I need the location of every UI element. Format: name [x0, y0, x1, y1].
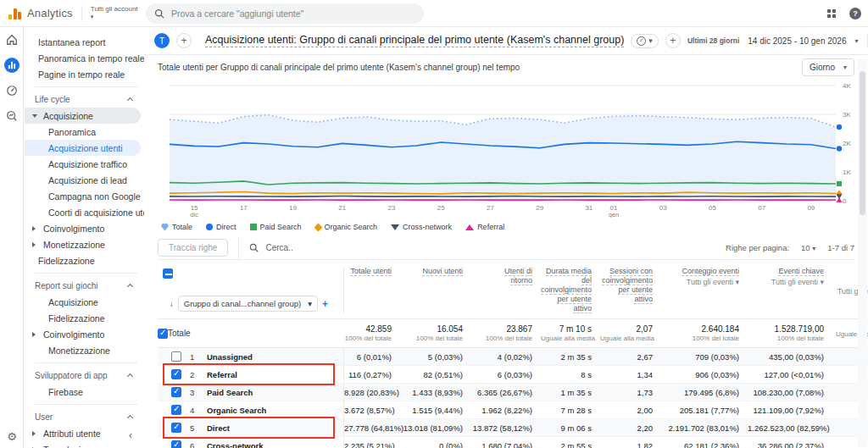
- table-row-organic-search[interactable]: 4Organic Search3.672 (8,57%)1.515 (9,44%…: [158, 401, 868, 419]
- avatar[interactable]: T: [154, 33, 170, 48]
- sidebar-item-istantanea-report[interactable]: Istantanea report: [25, 34, 141, 50]
- sidebar-item-acquisizione[interactable]: Acquisizione: [25, 108, 141, 124]
- sidebar-section-label: Report sui giochi: [35, 281, 97, 290]
- row-checkbox[interactable]: [171, 440, 181, 448]
- table-body: 1Unassigned6 (0,01%)5 (0,03%)4 (0,02%)2 …: [158, 348, 868, 448]
- metric-cell: 9 m 06 s: [541, 423, 600, 433]
- sidebar-item-acquisizione[interactable]: Acquisizione: [25, 294, 141, 310]
- column-subfilter[interactable]: Tutti gli eventi ▾: [661, 278, 739, 287]
- plot-rows-button[interactable]: Traccia righe: [158, 239, 228, 257]
- legend-item-paid-search[interactable]: Paid Search: [250, 223, 302, 231]
- row-checkbox[interactable]: [171, 423, 181, 433]
- column-header-1[interactable]: Nuovi utenti: [400, 267, 471, 313]
- sidebar-item-monetizzazione[interactable]: Monetizzazione: [25, 236, 141, 252]
- total-metric-subtext: 100% del totale: [748, 335, 824, 342]
- legend-item-referral[interactable]: Referral: [465, 223, 504, 231]
- reports-icon[interactable]: [0, 53, 24, 78]
- sidebar-item-fidelizzazione[interactable]: Fidelizzazione: [25, 310, 141, 326]
- advertising-icon[interactable]: [0, 103, 24, 129]
- add-button[interactable]: +: [665, 33, 681, 48]
- row-checkbox[interactable]: [171, 405, 181, 415]
- search-input[interactable]: Prova a cercare "aggiungi utente": [146, 3, 424, 24]
- legend-item-direct[interactable]: Direct: [206, 223, 236, 231]
- sidebar-section-life-cycle[interactable]: Life cycle: [25, 91, 144, 108]
- column-header-3[interactable]: Durata mediadelcoinvolgimentoper utente …: [541, 267, 600, 313]
- channel-name: Paid Search: [207, 388, 253, 397]
- table-search-input[interactable]: Cerca..: [249, 243, 292, 252]
- rows-per-page-select[interactable]: 10 ▾: [801, 243, 815, 252]
- column-header-2[interactable]: Utenti diritorno: [471, 267, 541, 313]
- column-header-6[interactable]: Eventi chiaveTutti gli eventi ▾: [748, 267, 832, 313]
- sidebar-item-label: Acquisizione: [48, 297, 98, 307]
- sidebar-section-user[interactable]: User: [25, 409, 144, 425]
- sidebar-item-coinvolgimento[interactable]: Coinvolgimento: [25, 220, 141, 236]
- sidebar-item-coorti-di-acquisizione-utenti[interactable]: Coorti di acquisizione utenti: [25, 204, 141, 220]
- row-checkbox[interactable]: [171, 369, 181, 379]
- table-row-unassigned[interactable]: 1Unassigned6 (0,01%)5 (0,03%)4 (0,02%)2 …: [158, 348, 868, 366]
- metric-cell: 1 m 35 s: [541, 388, 600, 397]
- metric-cell: 108.230,00 (7,08%): [748, 388, 832, 397]
- page-title[interactable]: Acquisizione utenti: Gruppo di canali pr…: [205, 34, 624, 47]
- sidebar-item-acquisizione-traffico[interactable]: Acquisizione traffico: [25, 156, 141, 172]
- metric-cell: 2 m 35 s: [541, 352, 600, 362]
- total-metric-cell: 42.859100% del totale: [344, 324, 400, 342]
- help-icon[interactable]: ?: [849, 8, 861, 19]
- date-range-value[interactable]: 14 dic 2025 - 10 gen 2026: [748, 36, 846, 46]
- sidebar-item-acquisizione-di-lead[interactable]: Acquisizione di lead: [25, 172, 141, 188]
- x-axis-tick-month: dic: [190, 211, 198, 218]
- sidebar-section-sviluppatore-di-app[interactable]: Sviluppatore di app: [25, 368, 144, 384]
- row-checkbox[interactable]: [171, 351, 181, 362]
- sidebar-item-firebase[interactable]: Firebase: [25, 384, 141, 400]
- sidebar-item-label: Coinvolgimento: [43, 224, 104, 234]
- row-checkbox[interactable]: [158, 329, 168, 339]
- column-header-label: Utenti di: [504, 267, 532, 276]
- table-row-referral[interactable]: 2Referral116 (0,27%)82 (0,51%)6 (0,03%)8…: [158, 366, 868, 384]
- sidebar-item-coinvolgimento[interactable]: Coinvolgimento: [25, 326, 141, 342]
- select-all-checkbox[interactable]: [163, 268, 173, 279]
- column-header-0[interactable]: Totale utenti: [344, 267, 400, 313]
- legend-item-organic-search[interactable]: Organic Search: [315, 223, 378, 231]
- sidebar-item-acquisizione-utenti[interactable]: Acquisizione utenti: [25, 140, 141, 156]
- report-status-pill[interactable]: ✓ ▾: [631, 34, 659, 48]
- series-line-cross-network: [170, 196, 836, 197]
- granularity-select[interactable]: Giorno ▾: [802, 58, 854, 76]
- column-header-5[interactable]: Conteggio eventiTutti gli eventi ▾: [661, 267, 748, 313]
- sidebar-section-report-sui-giochi[interactable]: Report sui giochi: [25, 278, 144, 294]
- explore-icon[interactable]: [0, 78, 24, 103]
- column-subfilter[interactable]: Tutti gli eventi ▾: [748, 278, 824, 287]
- search-placeholder: Prova a cercare "aggiungi utente": [171, 8, 303, 19]
- sort-descending-icon[interactable]: ↓: [170, 299, 174, 308]
- column-header-4[interactable]: Sessioni concoinvolgimentoper utente att…: [600, 267, 661, 313]
- sidebar-item-panoramica[interactable]: Panoramica: [25, 124, 141, 140]
- chevron-down-icon: ▾: [308, 299, 312, 308]
- sidebar-item-attributi-utente[interactable]: Attributi utente: [25, 425, 141, 441]
- y-axis-tick: 1K: [843, 169, 851, 176]
- row-number: 4: [190, 406, 198, 415]
- chart-legend: TotaleDirectPaid SearchOrganic SearchCro…: [161, 223, 854, 231]
- add-comparison-button[interactable]: +: [176, 33, 192, 48]
- x-axis-tick: 03: [659, 204, 667, 212]
- legend-item-totale[interactable]: Totale: [161, 223, 192, 231]
- sidebar-item-pagine-in-tempo-reale[interactable]: Pagine in tempo reale: [25, 66, 141, 82]
- sidebar-item-fidelizzazione[interactable]: Fidelizzazione: [25, 252, 141, 268]
- account-switcher[interactable]: Tutti gli account ▾: [91, 6, 138, 20]
- vertical-scrollbar[interactable]: [858, 59, 867, 447]
- sidebar-item-tecnologia[interactable]: Tecnologia: [25, 441, 141, 448]
- date-range-label: Ultimi 28 giorni: [687, 36, 739, 45]
- sidebar-item-monetizzazione[interactable]: Monetizzazione: [25, 342, 141, 358]
- legend-item-cross-network[interactable]: Cross-network: [391, 223, 452, 231]
- table-row-paid-search[interactable]: 3Paid Search8.928 (20,83%)1.433 (8,93%)6…: [158, 384, 868, 401]
- table-row-cross-network[interactable]: 6Cross-network2.235 (5,21%)0 (0%)1.680 (…: [158, 437, 868, 448]
- row-checkbox[interactable]: [171, 387, 181, 397]
- total-metric-subtext: 100% del totale: [471, 335, 532, 342]
- scrollbar-thumb[interactable]: [860, 71, 865, 215]
- total-metric-subtext: Uguale alla media: [541, 335, 592, 342]
- sidebar-item-campagna-non-google[interactable]: Campagna non Google: [25, 188, 141, 204]
- home-icon[interactable]: [0, 27, 24, 53]
- add-dimension-button[interactable]: +: [322, 298, 328, 310]
- apps-grid-icon[interactable]: [827, 9, 836, 18]
- dimension-dropdown[interactable]: Gruppo di canal...channel group)▾: [178, 296, 318, 312]
- table-row-direct[interactable]: 5Direct27.778 (64,81%)13.018 (81,09%)13.…: [158, 419, 868, 437]
- admin-gear-icon[interactable]: ⚙: [0, 430, 24, 443]
- sidebar-item-panoramica-in-tempo-reale[interactable]: Panoramica in tempo reale: [25, 50, 141, 66]
